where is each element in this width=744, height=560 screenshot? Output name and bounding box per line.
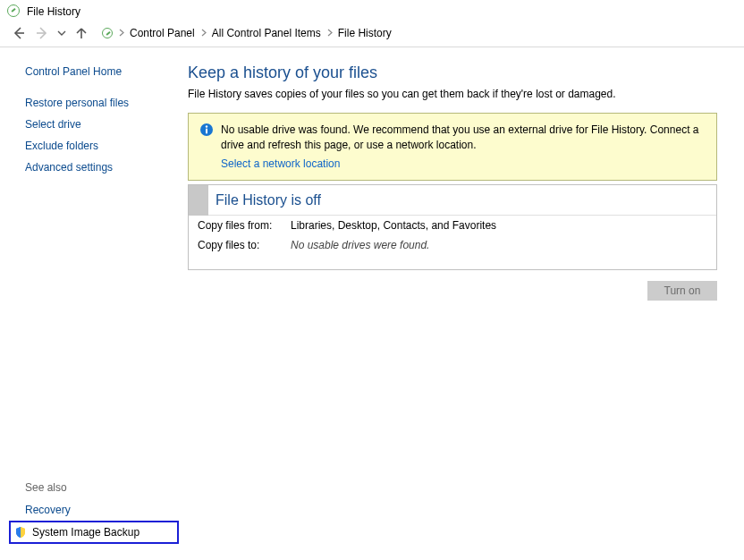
title-bar: File History xyxy=(0,0,744,23)
status-key: Copy files to: xyxy=(198,239,291,251)
select-network-location-link[interactable]: Select a network location xyxy=(221,153,340,172)
sidebar-link-advanced-settings[interactable]: Advanced settings xyxy=(25,157,179,178)
svg-point-1 xyxy=(206,125,207,127)
sidebar-link-restore[interactable]: Restore personal files xyxy=(25,92,179,114)
see-also-system-image-backup-label: System Image Backup xyxy=(32,526,140,539)
file-history-app-icon xyxy=(7,4,21,19)
forward-button[interactable] xyxy=(34,25,50,41)
back-button[interactable] xyxy=(11,25,27,41)
status-title: File History is off xyxy=(216,192,321,208)
warning-banner: No usable drive was found. We recommend … xyxy=(188,113,717,181)
breadcrumb-item[interactable]: Control Panel xyxy=(128,25,197,41)
sidebar-link-select-drive[interactable]: Select drive xyxy=(25,114,179,135)
window-title: File History xyxy=(27,5,80,18)
breadcrumb-item[interactable]: All Control Panel Items xyxy=(210,25,323,41)
up-button[interactable] xyxy=(73,25,89,41)
address-bar[interactable]: Control Panel All Control Panel Items Fi… xyxy=(100,25,393,41)
recent-locations-dropdown[interactable] xyxy=(57,29,66,38)
see-also-recovery[interactable]: Recovery xyxy=(25,499,179,521)
breadcrumb-item[interactable]: File History xyxy=(336,25,393,41)
see-also-label: See also xyxy=(25,476,179,499)
chevron-right-icon xyxy=(326,29,333,38)
sidebar-link-exclude-folders[interactable]: Exclude folders xyxy=(25,135,179,157)
status-key: Copy files from: xyxy=(198,219,291,232)
svg-rect-2 xyxy=(206,129,207,134)
turn-on-button[interactable]: Turn on xyxy=(647,281,717,301)
chevron-right-icon xyxy=(200,29,207,38)
page-heading: Keep a history of your files xyxy=(188,64,717,82)
info-icon xyxy=(199,123,214,137)
see-also-system-image-backup[interactable]: System Image Backup xyxy=(9,521,179,544)
warning-message: No usable drive was found. We recommend … xyxy=(221,123,698,151)
status-value: Libraries, Desktop, Contacts, and Favori… xyxy=(291,219,496,232)
page-description: File History saves copies of your files … xyxy=(188,88,717,100)
status-header: File History is off xyxy=(189,185,716,216)
navigation-bar: Control Panel All Control Panel Items Fi… xyxy=(0,23,744,47)
main-panel: Keep a history of your files File Histor… xyxy=(188,47,744,553)
status-thumbnail xyxy=(189,185,208,216)
sidebar: Control Panel Home Restore personal file… xyxy=(0,47,188,553)
action-row: Turn on xyxy=(188,281,717,301)
uac-shield-icon xyxy=(14,526,27,539)
file-history-path-icon xyxy=(100,26,114,40)
control-panel-home-link[interactable]: Control Panel Home xyxy=(25,65,179,92)
status-panel: File History is off Copy files from: Lib… xyxy=(188,184,717,270)
status-value: No usable drives were found. xyxy=(291,239,429,251)
chevron-right-icon xyxy=(118,29,124,38)
status-row: Copy files to: No usable drives were fou… xyxy=(189,235,716,255)
status-row: Copy files from: Libraries, Desktop, Con… xyxy=(189,216,716,235)
